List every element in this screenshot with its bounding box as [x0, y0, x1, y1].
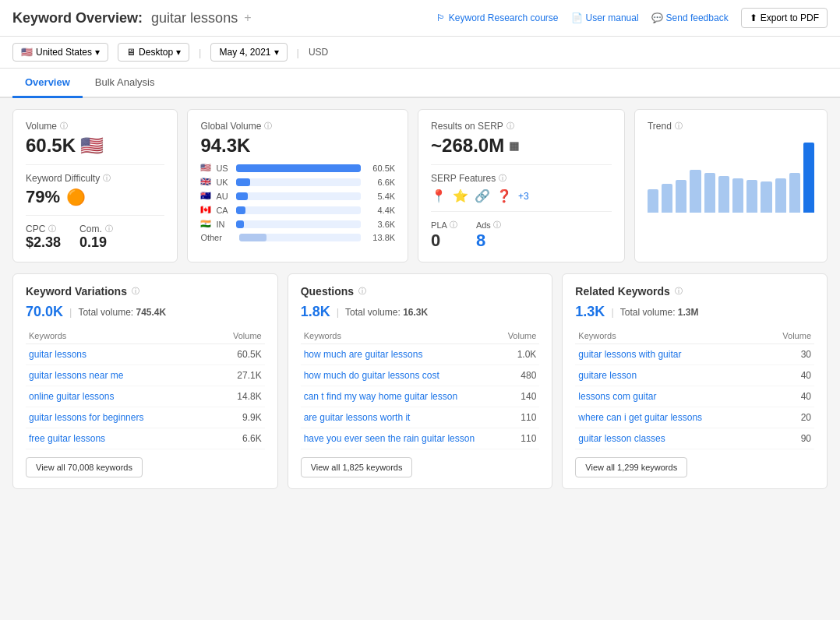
tab-bulk-analysis[interactable]: Bulk Analysis	[83, 69, 168, 98]
kd-info-icon[interactable]: ⓘ	[103, 173, 111, 184]
keyword-link[interactable]: guitar lessons for beginners	[29, 412, 143, 423]
filters-bar: 🇺🇸 United States ▾ 🖥 Desktop ▾ | May 4, …	[0, 37, 840, 69]
ads-info-icon[interactable]: ⓘ	[493, 220, 501, 231]
volume-cell: 9.9K	[211, 407, 265, 428]
keyword-cell: guitar lessons	[26, 344, 211, 365]
bar-fill	[236, 178, 250, 186]
keyword-link[interactable]: how much are guitar lessons	[304, 349, 423, 360]
volume-cell: 6.6K	[211, 428, 265, 449]
keyword-link[interactable]: are guitar lessons worth it	[304, 412, 411, 423]
export-pdf-button[interactable]: ⬆ Export to PDF	[741, 8, 828, 28]
table-row: guitar lesson classes 90	[575, 428, 814, 449]
pla-ads-row: PLA ⓘ 0 Ads ⓘ 8	[431, 220, 612, 251]
cpc-value: $2.38	[26, 234, 61, 251]
keyword-link[interactable]: how much do guitar lessons cost	[304, 370, 439, 381]
table-row: have you ever seen the rain guitar lesso…	[301, 428, 540, 449]
table-row: guitar lessons with guitar 30	[575, 344, 814, 365]
ads-label-text: Ads	[476, 220, 491, 230]
bar-track	[236, 206, 361, 214]
serp-link-icon: 🔗	[475, 188, 490, 203]
serp-info-icon[interactable]: ⓘ	[506, 121, 514, 132]
keyword-cell: can t find my way home guitar lesson	[301, 386, 500, 407]
rk-view-all-button[interactable]: View all 1,299 keywords	[575, 457, 687, 477]
trend-bar-wrap	[732, 143, 743, 213]
keyword-link[interactable]: free guitar lessons	[29, 433, 105, 444]
q-col-keywords: Keywords	[301, 328, 500, 344]
kv-header: Keyword Variations ⓘ	[26, 285, 265, 298]
rk-info-icon[interactable]: ⓘ	[675, 286, 683, 297]
global-volume-info-icon[interactable]: ⓘ	[264, 121, 272, 132]
table-row: where can i get guitar lessons 20	[575, 407, 814, 428]
tab-overview[interactable]: Overview	[12, 69, 83, 98]
keyword-link[interactable]: guitar lessons with guitar	[578, 349, 681, 360]
date-chevron-icon: ▾	[274, 47, 279, 58]
trend-bar	[789, 173, 800, 213]
volume-value: 60.5K 🇺🇸	[26, 135, 164, 157]
send-feedback-link[interactable]: 💬 Send feedback	[651, 12, 729, 23]
device-filter[interactable]: 🖥 Desktop ▾	[118, 43, 189, 62]
serp-label-text: Results on SERP	[431, 121, 503, 132]
keyword-link[interactable]: guitare lesson	[578, 370, 637, 381]
country-code: US	[216, 164, 231, 173]
global-bars: 🇺🇸 US 60.5K 🇬🇧 UK 6.6K 🇦🇺 AU 5.4K 🇨🇦 CA	[200, 163, 395, 242]
pla-info-icon[interactable]: ⓘ	[450, 220, 457, 231]
volume-cell: 14.8K	[211, 386, 265, 407]
serp-star-icon: ⭐	[453, 188, 468, 203]
metrics-row: Volume ⓘ 60.5K 🇺🇸 Keyword Difficulty ⓘ 7…	[12, 109, 828, 262]
export-btn-label: Export to PDF	[761, 12, 819, 23]
course-icon: 🏳	[436, 12, 446, 23]
country-code: IN	[216, 220, 231, 229]
kv-total-value: 745.4K	[136, 307, 166, 318]
keyword-link[interactable]: guitar lessons near me	[29, 370, 123, 381]
keyword-cell: how much are guitar lessons	[301, 344, 500, 365]
other-bar-fill	[239, 234, 266, 241]
country-filter[interactable]: 🇺🇸 United States ▾	[12, 43, 108, 62]
pla-item: PLA ⓘ 0	[431, 220, 457, 251]
other-label: Other	[200, 233, 235, 242]
keyword-link[interactable]: guitar lessons	[29, 349, 86, 360]
feedback-icon: 💬	[651, 12, 663, 23]
serp-value: ~268.0M ▦	[431, 135, 612, 157]
q-view-all-button[interactable]: View all 1,825 keywords	[301, 457, 413, 477]
trend-label: Trend ⓘ	[648, 121, 814, 132]
kv-col-keywords: Keywords	[26, 328, 211, 344]
rk-total-label: Total volume:	[620, 307, 676, 318]
volume-info-icon[interactable]: ⓘ	[60, 121, 68, 132]
divider-1	[26, 164, 164, 165]
serp-features-label-text: SERP Features	[431, 173, 496, 184]
kv-info-icon[interactable]: ⓘ	[132, 286, 139, 297]
global-bar-row: 🇨🇦 CA 4.4K	[200, 205, 395, 215]
kv-view-all-button[interactable]: View all 70,008 keywords	[26, 457, 143, 477]
keyword-cell: are guitar lessons worth it	[301, 407, 500, 428]
q-total-value: 16.3K	[403, 307, 428, 318]
country-flag-icon: 🇨🇦	[200, 205, 211, 215]
add-keyword-icon[interactable]: +	[244, 11, 251, 25]
keyword-link[interactable]: have you ever seen the rain guitar lesso…	[304, 433, 475, 444]
rk-col-keywords: Keywords	[575, 328, 764, 344]
global-volume-label-text: Global Volume	[200, 121, 261, 132]
keyword-link[interactable]: where can i get guitar lessons	[578, 412, 702, 423]
keyword-link[interactable]: online guitar lessons	[29, 391, 114, 402]
other-bar-value: 13.8K	[365, 233, 395, 242]
sub-metrics: CPC ⓘ $2.38 Com. ⓘ 0.19	[26, 224, 164, 251]
keyword-link[interactable]: guitar lesson classes	[578, 433, 665, 444]
keyword-research-course-link[interactable]: 🏳 Keyword Research course	[436, 12, 559, 23]
date-filter[interactable]: May 4, 2021 ▾	[210, 43, 287, 62]
table-row: lessons com guitar 40	[575, 386, 814, 407]
com-info-icon[interactable]: ⓘ	[105, 224, 113, 234]
user-manual-link[interactable]: 📄 User manual	[571, 12, 639, 23]
trend-bar-wrap	[761, 143, 771, 213]
table-row: are guitar lessons worth it 110	[301, 407, 540, 428]
serp-features-info-icon[interactable]: ⓘ	[499, 173, 506, 184]
keyword-link[interactable]: can t find my way home guitar lesson	[304, 391, 457, 402]
country-label: United States	[36, 47, 92, 58]
trend-bar-wrap	[789, 143, 800, 213]
volume-cell: 27.1K	[211, 365, 265, 386]
q-info-icon[interactable]: ⓘ	[358, 286, 366, 297]
keyword-link[interactable]: lessons com guitar	[578, 391, 656, 402]
trend-info-icon[interactable]: ⓘ	[675, 121, 683, 132]
cpc-info-icon[interactable]: ⓘ	[48, 224, 56, 234]
q-table: Keywords Volume how much are guitar less…	[301, 328, 540, 449]
kv-count: 70.0K	[26, 304, 63, 320]
other-bar-track	[239, 234, 361, 241]
